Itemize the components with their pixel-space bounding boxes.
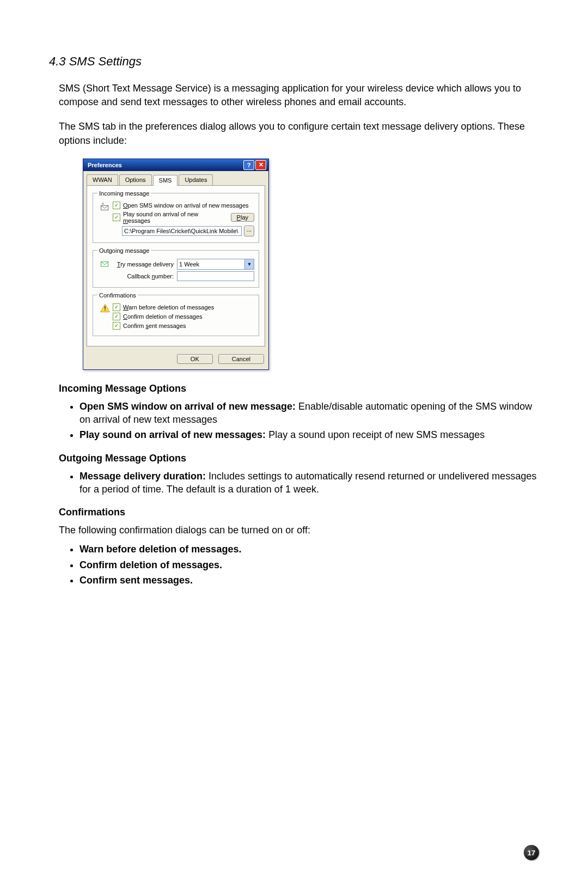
ok-button[interactable]: OK xyxy=(177,354,213,364)
checkbox-confirm-sent[interactable]: Confirm sent messages xyxy=(113,322,254,330)
confirm-bullets: Warn before deletion of messages. Confir… xyxy=(49,543,539,587)
legend-confirmations: Confirmations xyxy=(97,292,138,299)
dialog-title: Preferences xyxy=(88,162,122,168)
dialog-button-row: OK Cancel xyxy=(83,350,268,369)
delivery-duration-combo[interactable]: 1 Week ▼ xyxy=(177,259,254,270)
legend-incoming: Incoming message xyxy=(97,190,151,197)
checkbox-icon xyxy=(113,214,120,221)
combo-value: 1 Week xyxy=(179,261,199,267)
list-item: Confirm sent messages. xyxy=(79,574,539,587)
callback-label: Callback number: xyxy=(113,273,174,279)
group-outgoing: Outgoing message Try message delivery 1 … xyxy=(93,247,259,288)
checkbox-open-sms[interactable]: Open SMS window on arrival of new messag… xyxy=(113,202,254,209)
dialog-titlebar[interactable]: Preferences ? ✕ xyxy=(83,159,268,171)
checkbox-icon xyxy=(113,322,120,330)
play-sound-label: Play sound on arrival of new messages xyxy=(123,211,226,224)
try-delivery-row: Try message delivery 1 Week ▼ xyxy=(113,259,254,270)
list-item: Message delivery duration: Includes sett… xyxy=(79,470,539,496)
incoming-bullets: Open SMS window on arrival of new messag… xyxy=(49,400,539,442)
heading-outgoing: Outgoing Message Options xyxy=(59,453,539,464)
checkbox-icon xyxy=(113,303,120,311)
list-item: Play sound on arrival of new messages: P… xyxy=(79,428,539,441)
section-title: 4.3 SMS Settings xyxy=(49,54,539,69)
tab-updates[interactable]: Updates xyxy=(179,174,213,185)
outgoing-bullets: Message delivery duration: Includes sett… xyxy=(49,470,539,496)
confirm-sent-label: Confirm sent messages xyxy=(123,323,186,329)
warn-delete-label: Warn before deletion of messages xyxy=(123,304,214,311)
try-delivery-label: Try message delivery xyxy=(113,261,174,267)
close-button[interactable]: ✕ xyxy=(255,160,266,170)
preferences-dialog: Preferences ? ✕ WWAN Options SMS Updates… xyxy=(83,159,269,370)
list-item: Warn before deletion of messages. xyxy=(79,543,539,556)
legend-outgoing: Outgoing message xyxy=(97,247,151,254)
play-button[interactable]: Play xyxy=(231,213,254,222)
checkbox-play-sound[interactable]: Play sound on arrival of new messages Pl… xyxy=(113,211,254,224)
browse-button[interactable]: ... xyxy=(244,226,254,236)
callback-row: Callback number: xyxy=(113,271,254,281)
intro-paragraph-2: The SMS tab in the preferences dialog al… xyxy=(59,120,539,147)
tab-options[interactable]: Options xyxy=(119,174,152,185)
tabstrip: WWAN Options SMS Updates xyxy=(83,171,268,185)
group-incoming: Incoming message Open SMS window on arri… xyxy=(93,190,259,243)
checkbox-confirm-delete[interactable]: Confirm deletion of messages xyxy=(113,313,254,320)
tab-wwan[interactable]: WWAN xyxy=(87,174,118,185)
checkbox-warn-delete[interactable]: Warn before deletion of messages xyxy=(113,303,254,311)
checkbox-icon xyxy=(113,202,120,209)
group-confirmations: Confirmations ! Warn before deletion of … xyxy=(93,292,259,336)
chevron-down-icon: ▼ xyxy=(244,259,254,269)
callback-input[interactable] xyxy=(177,271,254,281)
tab-sms[interactable]: SMS xyxy=(153,175,178,186)
open-sms-label: Open SMS window on arrival of new messag… xyxy=(123,202,249,209)
heading-confirmations: Confirmations xyxy=(59,507,539,518)
intro-paragraph-1: SMS (Short Text Message Service) is a me… xyxy=(59,82,539,109)
checkbox-icon xyxy=(113,313,120,320)
confirm-intro: The following confirmation dialogs can b… xyxy=(59,524,539,537)
heading-incoming: Incoming Message Options xyxy=(59,383,539,394)
list-item: Open SMS window on arrival of new messag… xyxy=(79,400,539,427)
tab-panel-sms: Incoming message Open SMS window on arri… xyxy=(87,185,265,346)
confirm-delete-label: Confirm deletion of messages xyxy=(123,313,203,320)
svg-text:!: ! xyxy=(104,306,106,312)
message-in-icon xyxy=(97,200,113,238)
page-number-badge: 17 xyxy=(524,845,539,860)
cancel-button[interactable]: Cancel xyxy=(218,354,264,364)
list-item: Confirm deletion of messages. xyxy=(79,558,539,571)
sound-path-input[interactable]: C:\Program Files\Cricket\QuickLink Mobil… xyxy=(122,226,242,236)
sound-path-row: C:\Program Files\Cricket\QuickLink Mobil… xyxy=(113,226,254,236)
message-out-icon xyxy=(97,257,113,283)
help-button[interactable]: ? xyxy=(243,160,254,170)
warning-icon: ! xyxy=(97,302,113,331)
